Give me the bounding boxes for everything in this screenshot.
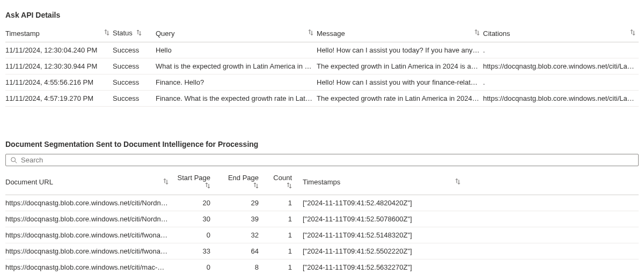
cell-empty	[464, 243, 639, 259]
cell-message: Hello! How can I assist you today? If yo…	[317, 42, 483, 58]
cell-message: The expected growth rate in Latin Americ…	[317, 91, 483, 107]
cell-end_page: 64	[221, 243, 269, 259]
cell-count: 1	[269, 259, 303, 275]
section-title-doc-seg: Document Segmentation Sent to Document I…	[5, 140, 639, 148]
cell-count: 1	[269, 243, 303, 259]
cell-empty	[464, 211, 639, 227]
col-label: Timestamps	[303, 178, 340, 186]
table-row[interactable]: 11/11/2024, 12:30:30.944 PMSuccessWhat i…	[5, 58, 639, 75]
cell-start_page: 33	[172, 243, 221, 259]
cell-start_page: 20	[172, 195, 221, 211]
cell-query: Finance. Hello?	[156, 75, 317, 91]
col-count[interactable]: Count	[269, 169, 303, 195]
col-label: Start Page	[178, 174, 210, 182]
cell-message: The expected growth in Latin America in …	[317, 58, 483, 75]
sort-icon[interactable]	[163, 178, 169, 186]
sort-icon[interactable]	[205, 182, 210, 190]
cell-end_page: 39	[221, 211, 269, 227]
col-message[interactable]: Message	[317, 25, 483, 42]
cell-status: Success	[113, 75, 156, 91]
cell-timestamp: 11/11/2024, 12:30:30.944 PM	[5, 58, 113, 75]
cell-doc_url: https://docqnastg.blob.core.windows.net/…	[5, 259, 172, 275]
search-box[interactable]	[5, 154, 639, 166]
col-label: Count	[273, 174, 292, 182]
cell-citations: .	[483, 75, 639, 91]
cell-query: What is the expected growth in Latin Ame…	[156, 58, 317, 75]
cell-query: Finance. What is the expected growth rat…	[156, 91, 317, 107]
table-row[interactable]: 11/11/2024, 4:57:19.270 PMSuccessFinance…	[5, 91, 639, 107]
cell-message: Hello! How can I assist you with your fi…	[317, 75, 483, 91]
cell-status: Success	[113, 58, 156, 75]
col-query[interactable]: Query	[156, 25, 317, 42]
table-row[interactable]: https://docqnastg.blob.core.windows.net/…	[5, 227, 639, 243]
doc-seg-table: Document URL Start Page End Page Count T…	[5, 169, 639, 275]
cell-timestamps: ["2024-11-11T09:41:52.4820420Z"]	[303, 195, 464, 211]
cell-citations: .	[483, 42, 639, 58]
sort-icon[interactable]	[136, 29, 142, 38]
col-label: End Page	[228, 174, 259, 182]
cell-citations: https://docqnastg.blob.core.windows.net/…	[483, 58, 639, 75]
search-input[interactable]	[21, 156, 634, 164]
cell-doc_url: https://docqnastg.blob.core.windows.net/…	[5, 227, 172, 243]
cell-timestamps: ["2024-11-11T09:41:52.5632270Z"]	[303, 259, 464, 275]
sort-icon[interactable]	[455, 178, 460, 186]
sort-icon[interactable]	[287, 182, 292, 190]
table-row[interactable]: https://docqnastg.blob.core.windows.net/…	[5, 195, 639, 211]
ask-api-table: Timestamp Status Query Message	[5, 25, 639, 107]
cell-empty	[464, 227, 639, 243]
sort-icon[interactable]	[253, 182, 259, 190]
cell-doc_url: https://docqnastg.blob.core.windows.net/…	[5, 195, 172, 211]
cell-timestamps: ["2024-11-11T09:41:52.5148320Z"]	[303, 227, 464, 243]
cell-timestamp: 11/11/2024, 4:57:19.270 PM	[5, 91, 113, 107]
table-row[interactable]: 11/11/2024, 12:30:04.240 PMSuccessHelloH…	[5, 42, 639, 58]
cell-citations: https://docqnastg.blob.core.windows.net/…	[483, 91, 639, 107]
cell-end_page: 29	[221, 195, 269, 211]
cell-empty	[464, 195, 639, 211]
cell-query: Hello	[156, 42, 317, 58]
col-timestamps[interactable]: Timestamps	[303, 169, 464, 195]
table-row[interactable]: https://docqnastg.blob.core.windows.net/…	[5, 259, 639, 275]
col-end-page[interactable]: End Page	[221, 169, 269, 195]
col-status[interactable]: Status	[113, 25, 156, 42]
col-empty	[464, 169, 639, 195]
cell-timestamp: 11/11/2024, 4:55:56.216 PM	[5, 75, 113, 91]
sort-icon[interactable]	[308, 29, 313, 38]
cell-status: Success	[113, 91, 156, 107]
sort-icon[interactable]	[630, 29, 635, 38]
cell-count: 1	[269, 195, 303, 211]
cell-status: Success	[113, 42, 156, 58]
table-row[interactable]: https://docqnastg.blob.core.windows.net/…	[5, 211, 639, 227]
svg-point-0	[11, 157, 16, 161]
col-label: Citations	[483, 29, 510, 38]
cell-start_page: 0	[172, 259, 221, 275]
cell-end_page: 32	[221, 227, 269, 243]
svg-line-1	[15, 161, 17, 163]
col-label: Timestamp	[5, 29, 40, 38]
cell-count: 1	[269, 211, 303, 227]
col-doc-url[interactable]: Document URL	[5, 169, 172, 195]
col-start-page[interactable]: Start Page	[172, 169, 221, 195]
col-label: Status	[113, 29, 133, 37]
cell-timestamp: 11/11/2024, 12:30:04.240 PM	[5, 42, 113, 58]
table-header-row: Timestamp Status Query Message	[5, 25, 639, 42]
cell-doc_url: https://docqnastg.blob.core.windows.net/…	[5, 243, 172, 259]
search-icon	[10, 157, 18, 164]
table-header-row: Document URL Start Page End Page Count T…	[5, 169, 639, 195]
cell-timestamps: ["2024-11-11T09:41:52.5078600Z"]	[303, 211, 464, 227]
table-row[interactable]: https://docqnastg.blob.core.windows.net/…	[5, 243, 639, 259]
cell-start_page: 30	[172, 211, 221, 227]
cell-doc_url: https://docqnastg.blob.core.windows.net/…	[5, 211, 172, 227]
cell-start_page: 0	[172, 227, 221, 243]
cell-empty	[464, 259, 639, 275]
section-title-ask-api: Ask API Details	[5, 11, 639, 19]
table-row[interactable]: 11/11/2024, 4:55:56.216 PMSuccessFinance…	[5, 75, 639, 91]
sort-icon[interactable]	[474, 29, 480, 38]
cell-count: 1	[269, 227, 303, 243]
col-label: Query	[156, 29, 174, 38]
sort-icon[interactable]	[104, 29, 109, 38]
col-label: Message	[317, 29, 345, 38]
cell-timestamps: ["2024-11-11T09:41:52.5502220Z"]	[303, 243, 464, 259]
cell-end_page: 8	[221, 259, 269, 275]
col-citations[interactable]: Citations	[483, 25, 639, 42]
col-timestamp[interactable]: Timestamp	[5, 25, 113, 42]
